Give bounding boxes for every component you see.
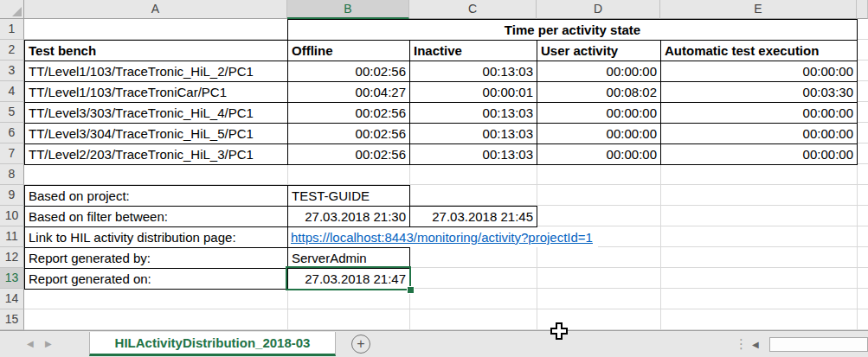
- table-cell[interactable]: TT/Level1/103/TraceTroniCar/PC1: [24, 81, 288, 103]
- table-cell[interactable]: TT/Level2/203/TraceTronic_HiL_3/PC1: [24, 143, 288, 165]
- table-header-automatic-test-execution[interactable]: Automatic test execution: [660, 40, 858, 61]
- value-filter-to[interactable]: 27.03.2018 21:45: [409, 206, 537, 227]
- table-header-offline[interactable]: Offline: [287, 40, 410, 61]
- table-cell[interactable]: 00:02:56: [287, 123, 410, 144]
- row-header-3[interactable]: 3: [0, 61, 24, 81]
- activity-page-link[interactable]: https://localhost:8443/monitoring/activi…: [288, 227, 598, 247]
- row-header-6[interactable]: 6: [0, 123, 24, 143]
- table-cell[interactable]: 00:00:00: [537, 123, 661, 144]
- table-cell[interactable]: 00:00:00: [660, 102, 858, 124]
- table-header-user-activity[interactable]: User activity: [537, 40, 661, 61]
- label-report-generated-on[interactable]: Report generated on:: [24, 268, 288, 290]
- column-header-d[interactable]: D: [537, 0, 660, 19]
- value-filter-from[interactable]: 27.03.2018 21:30: [287, 206, 410, 227]
- row-header-8[interactable]: 8: [0, 164, 24, 185]
- next-sheet-icon[interactable]: ▶: [45, 338, 52, 350]
- row-header-14[interactable]: 14: [0, 289, 24, 309]
- plus-icon: +: [357, 336, 364, 351]
- value-project[interactable]: TEST-GUIDE: [287, 185, 410, 207]
- label-report-generated-by[interactable]: Report generated by:: [24, 247, 288, 269]
- table-cell[interactable]: 00:00:01: [409, 81, 537, 103]
- row-header-11[interactable]: 11: [0, 226, 24, 247]
- row-header-13-selected[interactable]: 13: [0, 268, 24, 289]
- column-header-b-selected[interactable]: B: [287, 0, 409, 19]
- table-cell[interactable]: 00:00:00: [660, 61, 858, 82]
- prev-sheet-icon[interactable]: ◀: [27, 338, 34, 350]
- sheet-tab-bar: ◀ ▶ HILActivityDistribution_2018-03 + ⋮ …: [0, 330, 868, 357]
- row-header-2[interactable]: 2: [0, 40, 24, 61]
- add-sheet-button[interactable]: +: [351, 335, 370, 354]
- column-header-f-partial[interactable]: [857, 0, 868, 19]
- selection-border: [286, 266, 411, 290]
- excel-spreadsheet-window: A B C D E 1 2 3 4 5 6 7 8 9 10 11 12 13 …: [0, 0, 868, 357]
- table-header-inactive[interactable]: Inactive: [409, 40, 537, 61]
- table-cell[interactable]: 00:13:03: [409, 123, 537, 144]
- table-cell[interactable]: TT/Level3/303/TraceTronic_HiL_4/PC1: [24, 102, 288, 124]
- hscroll-left-icon[interactable]: ◀: [752, 339, 759, 351]
- row-header-9[interactable]: 9: [0, 185, 24, 206]
- table-cell[interactable]: 00:00:00: [660, 143, 858, 165]
- table-header-test-bench[interactable]: Test bench: [24, 40, 288, 61]
- table-cell[interactable]: 00:00:00: [660, 123, 858, 144]
- row-header-12[interactable]: 12: [0, 247, 24, 268]
- column-header-e[interactable]: E: [660, 0, 857, 19]
- table-cell[interactable]: 00:08:02: [537, 81, 661, 103]
- excel-plus-cursor-icon: [550, 322, 569, 341]
- label-link-to-page[interactable]: Link to HIL activity distribution page:: [24, 226, 288, 248]
- table-cell[interactable]: 00:03:30: [660, 81, 858, 103]
- label-filter-between[interactable]: Based on filter between:: [24, 206, 288, 227]
- table-cell[interactable]: 00:13:03: [409, 143, 537, 165]
- table-cell[interactable]: 00:00:00: [537, 102, 661, 124]
- table-cell[interactable]: 00:13:03: [409, 61, 537, 82]
- label-based-on-project[interactable]: Based on project:: [24, 185, 288, 207]
- row-header-1[interactable]: 1: [0, 19, 24, 40]
- hscrollbar-thumb[interactable]: [769, 337, 868, 352]
- row-header-5[interactable]: 5: [0, 102, 24, 123]
- row-header-7[interactable]: 7: [0, 143, 24, 164]
- select-all-icon: [12, 7, 22, 16]
- table-cell[interactable]: 00:02:56: [287, 102, 410, 124]
- row-header-10[interactable]: 10: [0, 206, 24, 226]
- table-cell[interactable]: 00:04:27: [287, 81, 410, 103]
- select-all-button[interactable]: [0, 0, 24, 19]
- table-cell[interactable]: TT/Level3/304/TraceTronic_HiL_5/PC1: [24, 123, 288, 144]
- table-cell[interactable]: 00:00:00: [537, 143, 661, 165]
- sheet-tab-active[interactable]: HILActivityDistribution_2018-03: [89, 332, 336, 356]
- table-cell[interactable]: 00:00:00: [537, 61, 661, 82]
- row-header-15[interactable]: 15: [0, 309, 24, 330]
- table-cell[interactable]: 00:02:56: [287, 61, 410, 82]
- row-header-4[interactable]: 4: [0, 81, 24, 102]
- fill-handle[interactable]: [407, 286, 415, 294]
- table-cell[interactable]: TT/Level1/103/TraceTronic_HiL_2/PC1: [24, 61, 288, 82]
- column-header-c[interactable]: C: [409, 0, 537, 19]
- table-cell[interactable]: 00:02:56: [287, 143, 410, 165]
- table-cell[interactable]: 00:13:03: [409, 102, 537, 124]
- tabbar-resize-dots-icon[interactable]: ⋮: [735, 335, 748, 354]
- banner-time-per-activity-state[interactable]: Time per activity state: [287, 19, 858, 41]
- column-header-a[interactable]: A: [24, 0, 287, 19]
